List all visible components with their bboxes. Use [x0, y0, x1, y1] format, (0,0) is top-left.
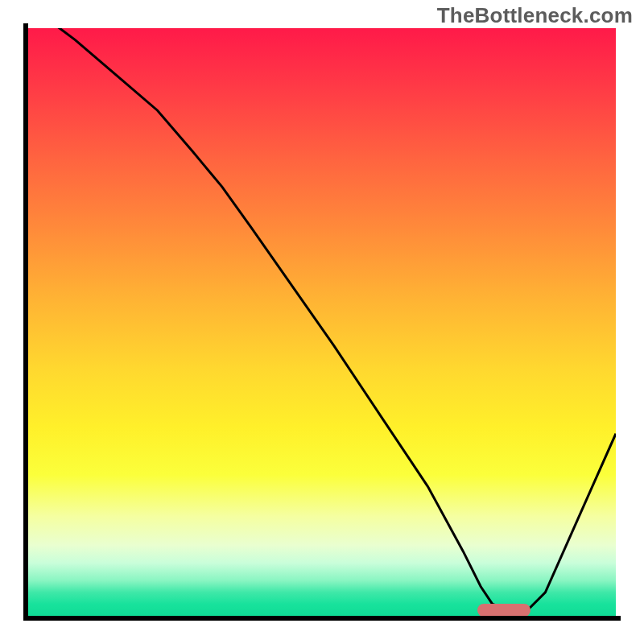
chart-curve — [28, 28, 616, 610]
plot-area — [28, 28, 616, 616]
chart-container: TheBottleneck.com — [0, 0, 644, 644]
x-axis — [23, 616, 621, 621]
curve-layer — [28, 28, 616, 616]
y-axis — [23, 23, 28, 621]
watermark-label: TheBottleneck.com — [437, 3, 633, 28]
optimal-marker — [477, 604, 530, 616]
